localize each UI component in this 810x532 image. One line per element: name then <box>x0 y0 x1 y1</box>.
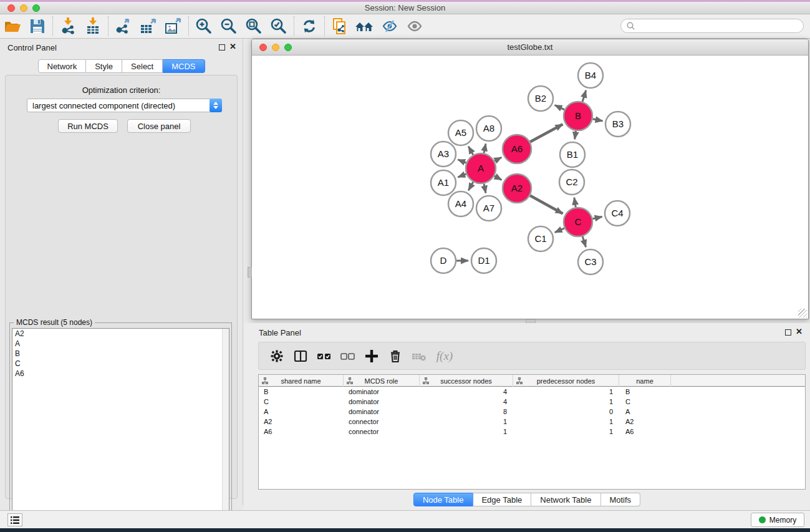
node-A3[interactable]: A3 <box>431 142 456 167</box>
split-panel-icon[interactable] <box>289 345 312 367</box>
tab-node-table[interactable]: Node Table <box>413 493 473 506</box>
run-mcds-button[interactable]: Run MCDS <box>58 119 118 133</box>
node-A[interactable]: A <box>466 153 496 183</box>
node-B3[interactable]: B3 <box>605 112 630 137</box>
minimize-icon[interactable] <box>272 44 279 51</box>
tab-network-table[interactable]: Network Table <box>531 493 600 506</box>
tab-network[interactable]: Network <box>37 59 86 73</box>
export-network-icon[interactable] <box>111 16 136 37</box>
node-C1[interactable]: C1 <box>528 226 553 251</box>
close-panel-icon[interactable]: ✕ <box>796 327 803 336</box>
scrollbar[interactable] <box>222 329 229 532</box>
mcds-result-item[interactable]: C <box>12 359 229 369</box>
search-box[interactable] <box>620 19 804 33</box>
tab-style[interactable]: Style <box>86 59 122 73</box>
memory-button[interactable]: Memory <box>751 513 804 527</box>
column-header-name[interactable]: name <box>619 375 671 387</box>
traffic-lights[interactable] <box>7 4 40 12</box>
search-input[interactable] <box>636 21 803 32</box>
zoom-fit-icon[interactable] <box>241 16 266 37</box>
add-column-icon[interactable] <box>360 345 383 367</box>
edge-A-A5[interactable] <box>468 147 473 155</box>
table-row[interactable]: Cdominator41C <box>259 397 805 407</box>
tab-motifs[interactable]: Motifs <box>600 493 640 506</box>
export-table-icon[interactable] <box>136 16 161 37</box>
table-settings-icon[interactable] <box>265 345 289 367</box>
select-all-checkboxes-icon[interactable] <box>312 345 336 367</box>
edge-B-B4[interactable] <box>582 90 586 102</box>
edge-A-A7[interactable] <box>484 183 486 193</box>
delete-columns-icon[interactable] <box>383 345 407 367</box>
tab-select[interactable]: Select <box>122 59 163 73</box>
home-icon[interactable] <box>352 16 377 37</box>
node-B2[interactable]: B2 <box>528 86 553 111</box>
node-C[interactable]: C <box>564 208 592 236</box>
node-A5[interactable]: A5 <box>448 120 473 145</box>
save-session-icon[interactable] <box>25 16 50 37</box>
function-builder-icon[interactable]: f(x) <box>431 345 455 367</box>
vertical-divider-handle[interactable] <box>248 267 252 278</box>
node-B4[interactable]: B4 <box>578 63 603 88</box>
network-window[interactable]: testGlobe.txt B4B2BB3B1A5A8A6A3AA1A4A7A2… <box>251 39 809 319</box>
edge-C-C1[interactable] <box>555 228 564 233</box>
node-A1[interactable]: A1 <box>431 170 456 195</box>
edge-A6-B[interactable] <box>530 124 562 142</box>
column-header-successor-nodes[interactable]: successor nodes <box>420 375 513 387</box>
export-image-icon[interactable] <box>161 16 186 37</box>
float-panel-icon[interactable] <box>219 44 225 51</box>
delete-table-icon[interactable] <box>407 345 431 367</box>
edge-A-A1[interactable] <box>458 174 466 177</box>
float-panel-icon[interactable] <box>785 329 791 336</box>
clone-network-icon[interactable] <box>327 16 352 37</box>
node-C4[interactable]: C4 <box>605 201 630 226</box>
mcds-result-list[interactable]: A2ABCA6 <box>12 328 229 532</box>
open-file-icon[interactable] <box>0 16 25 37</box>
node-B[interactable]: B <box>564 102 592 130</box>
deselect-all-checkboxes-icon[interactable] <box>336 345 360 367</box>
zoom-in-icon[interactable] <box>191 16 216 37</box>
show-details-icon[interactable] <box>402 16 427 37</box>
network-window-traffic-lights[interactable] <box>259 44 292 51</box>
edge-A-A6[interactable] <box>494 157 501 161</box>
node-D1[interactable]: D1 <box>471 248 496 273</box>
app-titlebar[interactable]: Session: New Session <box>0 2 810 14</box>
maximize-icon[interactable] <box>284 44 292 51</box>
tab-edge-table[interactable]: Edge Table <box>473 493 531 506</box>
edge-A-A2[interactable] <box>494 176 502 180</box>
zoom-selected-icon[interactable] <box>266 16 291 37</box>
mcds-result-item[interactable]: A2 <box>12 329 229 339</box>
node-D[interactable]: D <box>431 248 456 273</box>
table-row[interactable]: A6connector11A6 <box>259 427 805 437</box>
edge-C-C3[interactable] <box>582 236 586 247</box>
edge-B-B1[interactable] <box>575 131 576 140</box>
mcds-result-item[interactable]: A6 <box>12 369 229 379</box>
node-A6[interactable]: A6 <box>503 135 531 163</box>
node-B1[interactable]: B1 <box>560 142 585 167</box>
table-row[interactable]: A2connector11A2 <box>259 417 805 427</box>
network-graph[interactable]: B4B2BB3B1A5A8A6A3AA1A4A7A2C2CC4C1C3DD1 <box>252 56 808 319</box>
node-A8[interactable]: A8 <box>476 116 501 141</box>
edge-A-A3[interactable] <box>458 160 466 163</box>
edge-A-A4[interactable] <box>468 182 473 190</box>
mcds-result-item[interactable]: A <box>12 339 229 349</box>
table-row[interactable]: Bdominator41B <box>259 387 805 397</box>
close-panel-icon[interactable]: ✕ <box>229 42 236 51</box>
node-A4[interactable]: A4 <box>448 191 473 216</box>
node-A2[interactable]: A2 <box>503 174 531 203</box>
node-C3[interactable]: C3 <box>578 249 603 274</box>
import-table-icon[interactable] <box>80 16 105 37</box>
network-window-titlebar[interactable]: testGlobe.txt <box>252 39 808 56</box>
minimize-window-icon[interactable] <box>20 4 27 12</box>
edge-B-B2[interactable] <box>555 105 565 110</box>
close-window-icon[interactable] <box>7 4 15 12</box>
refresh-icon[interactable] <box>297 16 322 37</box>
import-network-icon[interactable] <box>55 16 80 37</box>
tab-mcds[interactable]: MCDS <box>163 59 205 73</box>
edge-C-C4[interactable] <box>592 216 602 218</box>
zoom-out-icon[interactable] <box>216 16 241 37</box>
node-table[interactable]: shared nameMCDS rolesuccessor nodesprede… <box>258 374 806 490</box>
mcds-result-item[interactable]: B <box>12 349 229 359</box>
close-panel-button[interactable]: Close panel <box>127 119 191 133</box>
column-header-predecessor-nodes[interactable]: predecessor nodes <box>513 375 619 387</box>
hide-details-icon[interactable] <box>377 16 402 37</box>
